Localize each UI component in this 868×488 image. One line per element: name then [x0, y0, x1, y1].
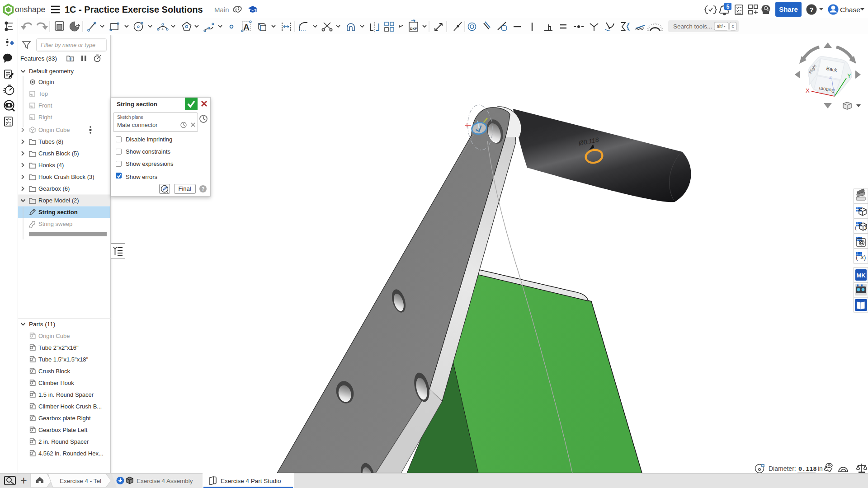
svg-text:Hook Crush Block (3): Hook Crush Block (3): [38, 174, 94, 180]
svg-text:Origin Cube: Origin Cube: [38, 333, 70, 339]
svg-text:alt/~: alt/~: [717, 24, 725, 29]
svg-text:Gearbox Plate Left: Gearbox Plate Left: [38, 427, 88, 433]
svg-text:Origin Cube: Origin Cube: [38, 127, 70, 133]
svg-text:Gearbox (6): Gearbox (6): [38, 185, 70, 192]
svg-text:?: ?: [809, 6, 813, 14]
svg-text:Tubes (8): Tubes (8): [38, 138, 63, 145]
svg-text:Origin: Origin: [38, 79, 54, 85]
svg-text:1.5 in. Round Spacer: 1.5 in. Round Spacer: [38, 391, 94, 398]
svg-text:Filter by name or type: Filter by name or type: [41, 42, 95, 48]
svg-text:Tube 2"x2"x16": Tube 2"x2"x16": [38, 344, 79, 351]
svg-text:Exercise 4 Assembly: Exercise 4 Assembly: [137, 478, 193, 484]
svg-text:Front: Front: [38, 102, 52, 109]
svg-text:onshape: onshape: [15, 5, 45, 14]
svg-text:Climber Hook: Climber Hook: [38, 380, 74, 386]
svg-text:Exercise 4 - Tel: Exercise 4 - Tel: [60, 478, 101, 484]
svg-text:Right: Right: [38, 114, 52, 121]
svg-text:Tube 1.5"x1.5"x18": Tube 1.5"x1.5"x18": [38, 356, 89, 363]
svg-text:Chase: Chase: [840, 6, 860, 14]
svg-text:Rope Model (2): Rope Model (2): [38, 197, 79, 204]
svg-text:DXF: DXF: [410, 27, 417, 31]
svg-text:Gearbox plate Right: Gearbox plate Right: [38, 415, 91, 422]
svg-text:Climber Hook Crush B...: Climber Hook Crush B...: [38, 403, 102, 410]
svg-text:2 in. Round Spacer: 2 in. Round Spacer: [38, 438, 89, 445]
svg-text:+: +: [20, 474, 27, 487]
svg-text:Hooks (4): Hooks (4): [38, 162, 64, 169]
svg-text:Share: Share: [779, 5, 798, 13]
svg-text:Main: Main: [214, 6, 229, 14]
svg-text:Default geometry: Default geometry: [29, 68, 74, 75]
svg-text:Parts (11): Parts (11): [29, 321, 55, 328]
svg-text:String section: String section: [38, 209, 78, 216]
svg-text:String sweep: String sweep: [38, 221, 72, 227]
svg-text:Search tools...: Search tools...: [673, 23, 712, 30]
svg-text:A: A: [244, 23, 250, 32]
svg-text:Exercise 4 Part Studio: Exercise 4 Part Studio: [221, 478, 281, 484]
svg-text:1C - Practice Exercise Solutio: 1C - Practice Exercise Solutions: [65, 5, 203, 14]
svg-text:Features (33): Features (33): [20, 55, 57, 62]
svg-text:4.562 in. Rounded Hex...: 4.562 in. Rounded Hex...: [38, 450, 104, 457]
svg-text:5: 5: [726, 4, 730, 10]
svg-text:c: c: [732, 24, 734, 29]
svg-text:Crush Block (5): Crush Block (5): [38, 150, 79, 157]
svg-text:Top: Top: [38, 90, 48, 97]
svg-text:Crush Block: Crush Block: [38, 368, 71, 375]
